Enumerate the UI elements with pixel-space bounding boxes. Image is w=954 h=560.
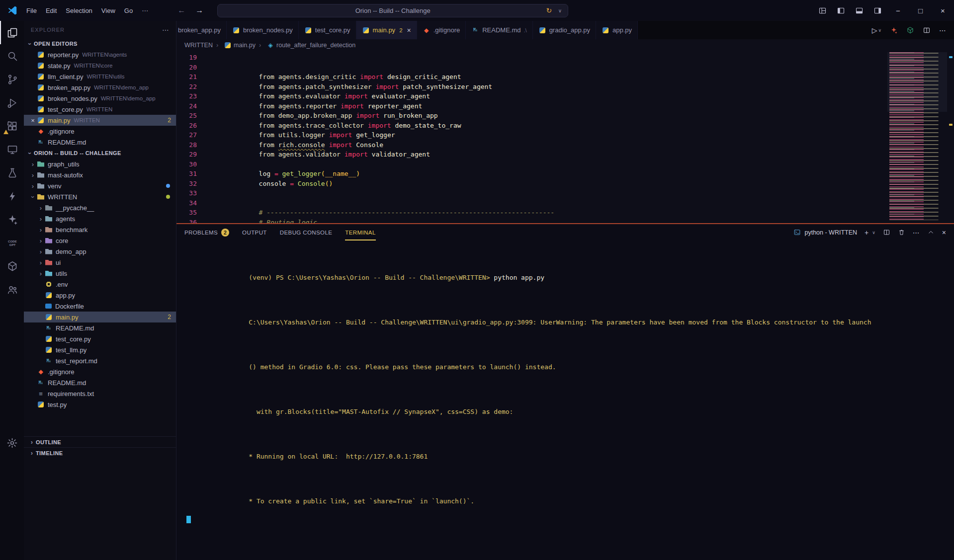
tree-item[interactable]: › graph_utils [24,159,176,169]
settings-gear-button[interactable] [0,437,24,449]
tree-item[interactable]: › WRITTEN [24,191,176,202]
tree-item[interactable]: README.md [24,377,176,388]
toggle-secondary-sidebar-button[interactable] [868,6,887,15]
breadcrumb-item[interactable]: WRITTEN [184,42,213,49]
maximize-button[interactable]: □ [909,0,932,21]
editor-tab[interactable]: .gitignore [417,21,466,39]
sidebar-more-button[interactable]: ⋯ [162,26,169,34]
menu-item[interactable]: Go [120,7,137,14]
menu-item[interactable]: Edit [41,7,61,14]
terminal-dropdown-chevron[interactable]: ∨ [872,230,875,235]
editor-tab[interactable]: README.md .\ [466,21,532,39]
activity-accounts[interactable] [0,278,24,301]
menu-item[interactable]: View [97,7,120,14]
maximize-panel-button[interactable] [927,229,935,236]
activity-ai-assistant[interactable] [0,208,24,231]
tree-item[interactable]: test_report.md [24,355,176,366]
menu-item[interactable]: Selection [61,7,96,14]
command-center[interactable]: Orion -- Build -- Challenge ↻ ∨ [217,4,568,17]
toggle-sidebar-button[interactable] [832,6,850,15]
open-editor-item[interactable]: broken_nodes.py WRITTEN\demo_app [24,93,176,104]
panel-tab[interactable]: PROBLEMS 2 [184,224,229,240]
new-terminal-button[interactable]: + [865,229,868,237]
tree-item[interactable]: › agents [24,213,176,224]
activity-extensions[interactable] [0,114,24,138]
activity-explorer[interactable] [0,21,24,44]
tree-item[interactable]: › venv [24,180,176,191]
tree-item[interactable]: requirements.txt [24,388,176,399]
forward-button[interactable]: → [190,6,208,15]
activity-codegpt[interactable] [0,231,24,254]
open-editor-item[interactable]: broken_app.py WRITTEN\demo_app [24,82,176,93]
editor-tab[interactable]: gradio_app.py [533,21,596,39]
codegpt-icon[interactable] [906,26,914,34]
panel-tab[interactable]: OUTPUT [242,224,267,240]
terminal-selector[interactable]: python - WRITTEN [793,229,857,236]
tree-item[interactable]: › ui [24,257,176,268]
tree-item[interactable]: › core [24,235,176,246]
run-button[interactable]: ▷∨ [872,26,881,34]
tree-item[interactable]: › benchmark [24,224,176,235]
split-editor-button[interactable] [923,26,931,34]
tree-item[interactable]: › utils [24,268,176,279]
open-editor-item[interactable]: reporter.py WRITTEN\agents [24,49,176,60]
editor-tab[interactable]: broken_nodes.py [227,21,299,39]
close-tab-icon[interactable]: × [407,26,411,34]
more-actions-button[interactable]: ⋯ [939,26,946,34]
open-editor-item[interactable]: state.py WRITTEN\core [24,60,176,71]
tree-item[interactable]: app.py [24,290,176,301]
kill-terminal-button[interactable] [898,229,905,236]
editor-tab[interactable]: test_core.py [299,21,356,39]
open-editors-header[interactable]: › OPEN EDITORS [24,38,176,49]
outline-section-header[interactable]: › OUTLINE [24,436,176,447]
open-editor-item[interactable]: llm_client.py WRITTEN\utils [24,71,176,82]
open-editor-item[interactable]: .gitignore [24,126,176,137]
extension-run-icon[interactable] [890,26,898,34]
menu-item[interactable]: File [22,7,41,14]
sync-icon[interactable]: ↻ [546,6,552,14]
back-button[interactable]: ← [173,6,190,15]
tree-item[interactable]: › mast-autofix [24,169,176,180]
tree-item[interactable]: › __pycache__ [24,202,176,213]
tree-item[interactable]: .env [24,279,176,290]
minimize-button[interactable]: − [887,0,909,21]
activity-testing[interactable] [0,161,24,184]
menu-more-button[interactable]: ⋯ [137,7,153,14]
tree-item[interactable]: test.py [24,399,176,410]
breadcrumb-item[interactable]: route_after_failure_detection [256,41,355,49]
editor-tab[interactable]: broken_app.py [176,21,227,39]
panel-tab[interactable]: DEBUG CONSOLE [280,224,333,240]
panel-tab[interactable]: TERMINAL [345,224,375,240]
editor-tab[interactable]: app.py [596,21,638,39]
editor-tab[interactable]: main.py 2 × [356,21,417,39]
customize-layout-button[interactable] [813,6,832,15]
toggle-panel-button[interactable] [850,6,868,15]
tree-item[interactable]: .gitignore [24,366,176,377]
tree-item[interactable]: Dockerfile [24,301,176,312]
activity-search[interactable] [0,44,24,68]
open-editor-item[interactable]: test_core.py WRITTEN [24,104,176,115]
open-editor-item[interactable]: README.md [24,137,176,148]
project-section-header[interactable]: › ORION -- BUILD -- CHALLENGE [24,148,176,159]
terminal-output[interactable]: (venv) PS C:\Users\Yashas\Orion -- Build… [176,240,954,560]
open-editor-item[interactable]: × main.py WRITTEN 2 [24,115,176,126]
tree-item[interactable]: › demo_app [24,246,176,257]
close-icon[interactable]: × [29,117,37,124]
activity-remote-explorer[interactable] [0,138,24,161]
close-button[interactable]: × [932,0,954,21]
breadcrumb-item[interactable]: main.py [213,41,256,49]
tree-item[interactable]: test_llm.py [24,344,176,355]
timeline-section-header[interactable]: › TIMELINE [24,447,176,458]
minimap-viewport[interactable] [887,52,947,112]
activity-source-control[interactable] [0,68,24,91]
activity-run-debug[interactable] [0,91,24,114]
close-panel-button[interactable]: × [942,229,946,237]
tree-item[interactable]: main.py 2 [24,312,176,322]
tree-item[interactable]: README.md [24,322,176,333]
activity-containers[interactable] [0,254,24,278]
tree-item[interactable]: test_core.py [24,333,176,344]
code-editor[interactable]: 19 from agents.design_critic import desi… [176,51,954,223]
activity-thunder-client[interactable] [0,184,24,208]
split-terminal-button[interactable] [883,229,890,236]
minimap[interactable] [889,52,945,220]
